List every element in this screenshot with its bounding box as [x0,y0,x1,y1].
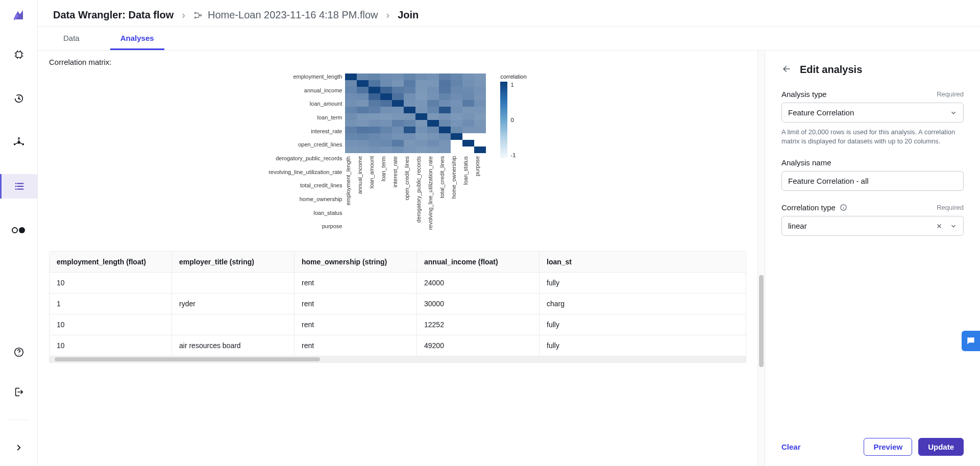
heatmap-cell [439,146,451,153]
table-row[interactable]: 1ryderrent30000charg [50,293,746,314]
heatmap-cell [474,140,486,146]
correlation-type-select[interactable]: linear [781,216,964,236]
analysis-type-helper: A limit of 20,000 rows is used for this … [781,128,964,146]
heatmap-cell [345,133,357,140]
rail-item-list[interactable] [0,174,37,199]
data-preview-table: employment_length (float)employer_title … [49,251,746,363]
heatmap-cell [369,127,380,133]
breadcrumb-root[interactable]: Data Wrangler: Data flow [53,9,174,21]
heatmap-cell [451,133,462,140]
heatmap-x-label: revolving_line_utilization_rate [427,156,439,230]
heatmap-cell [474,120,486,127]
heatmap-cell [392,146,404,153]
back-arrow-icon[interactable] [781,64,792,76]
analysis-name-input[interactable]: Feature Correlation - all [781,171,964,191]
heatmap-cell [357,140,369,146]
table-cell: rent [295,293,417,314]
heatmap-cell [345,127,357,133]
heatmap-cell [451,140,462,146]
clear-button[interactable]: Clear [781,443,801,451]
heatmap-x-label: interest_rate [392,156,404,230]
heatmap-cell [474,107,486,113]
chevron-down-icon [950,223,957,230]
table-row[interactable]: 10rent12252fully [50,314,746,335]
table-cell: 24000 [417,273,540,293]
heatmap-cell [404,100,415,107]
heatmap-cell [462,93,474,100]
heatmap-cell [451,107,462,113]
heatmap-cell [392,80,404,87]
breadcrumb-flow[interactable]: Home-Loan 2023-11-16 4:18 PM.flow [193,9,378,21]
table-header-cell[interactable]: employment_length (float) [50,252,172,272]
heatmap-cell [369,100,380,107]
table-header-cell[interactable]: loan_st [540,252,596,272]
heatmap-cell [462,140,474,146]
rail-item-expand[interactable] [0,435,37,460]
heatmap-cell [380,127,392,133]
table-cell: fully [540,273,596,293]
heatmap-cell [380,113,392,120]
heatmap-cell [462,100,474,107]
heatmap-cell [451,100,462,107]
heatmap-cell [439,140,451,146]
table-header-cell[interactable]: home_ownership (string) [295,252,417,272]
heatmap-y-label: revolving_line_utilization_rate [268,169,342,176]
table-row[interactable]: 10rent24000fully [50,273,746,293]
table-header-cell[interactable]: employer_title (string) [172,252,295,272]
heatmap-x-label: total_credit_lines [439,156,451,230]
heatmap-cell [427,73,439,80]
table-header-cell[interactable]: annual_income (float) [417,252,540,272]
edit-analysis-panel: Edit analysis Analysis type Required Fea… [765,51,980,466]
heatmap-cell [462,120,474,127]
breadcrumb-step: Join [398,9,419,21]
heatmap-cell [415,107,427,113]
update-button[interactable]: Update [918,438,964,456]
heatmap-cell [357,73,369,80]
chevron-right-icon: › [182,9,185,21]
rail-item-shapes[interactable] [0,218,37,242]
svg-point-13 [194,17,196,18]
heatmap-cell [345,140,357,146]
rail-item-help[interactable] [0,340,37,364]
heatmap-cell [415,87,427,93]
heatmap-cell [439,120,451,127]
correlation-heatmap: employment_lengthannual_incomeloan_amoun… [49,70,746,240]
table-cell: 10 [50,273,172,293]
heatmap-cell [474,146,486,153]
analysis-name-label: Analysis name [781,158,831,167]
heatmap-cell [439,87,451,93]
heatmap-cell [380,140,392,146]
heatmap-cell [404,133,415,140]
breadcrumb-flow-name: Home-Loan 2023-11-16 4:18 PM.flow [208,9,378,21]
heatmap-cell [427,113,439,120]
info-icon[interactable] [840,204,847,211]
preview-button[interactable]: Preview [864,438,912,456]
clear-icon[interactable] [936,223,943,230]
analysis-type-select[interactable]: Feature Correlation [781,103,964,122]
heatmap-cell [392,87,404,93]
heatmap-cell [415,127,427,133]
rail-item-logout[interactable] [0,380,37,404]
rail-item-chip[interactable] [0,42,37,67]
table-cell: 10 [50,335,172,356]
heatmap-cell [415,73,427,80]
svg-rect-2 [16,52,21,58]
heatmap-x-label: purpose [474,156,486,230]
heatmap-cell [392,127,404,133]
heatmap-y-label: employment_length [268,73,342,80]
panel-vertical-scrollbar[interactable] [757,51,765,466]
heatmap-x-label: loan_amount [369,156,380,230]
tab-analyses[interactable]: Analyses [110,27,164,50]
rail-item-refresh[interactable] [0,86,37,111]
heatmap-cell [392,93,404,100]
rail-item-graph[interactable] [0,130,37,155]
heatmap-cell [474,80,486,87]
table-horizontal-scrollbar[interactable] [50,356,746,362]
heatmap-cell [369,87,380,93]
table-row[interactable]: 10air resources boardrent49200fully [50,335,746,356]
heatmap-cell [345,80,357,87]
table-cell: air resources board [172,335,295,356]
chat-icon[interactable] [962,331,980,351]
tab-data[interactable]: Data [53,27,90,50]
heatmap-cell [474,113,486,120]
